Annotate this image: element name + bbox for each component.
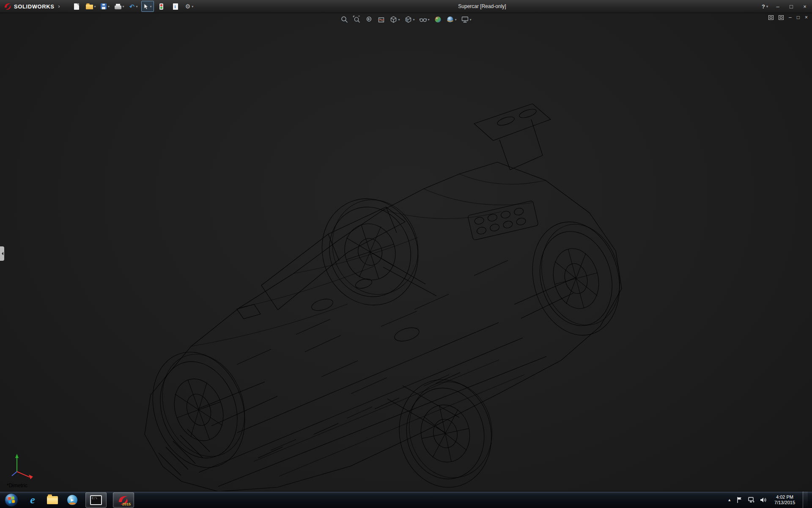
new-document-button[interactable] [70, 1, 83, 12]
close-button[interactable]: × [801, 3, 809, 10]
select-button[interactable] [141, 1, 154, 12]
open-button[interactable] [84, 1, 98, 12]
view-orientation-label: *Dimetric [7, 483, 27, 489]
show-desktop-button[interactable] [803, 491, 808, 508]
wheel-rear-left [308, 186, 433, 318]
edit-appearance-sphere-icon [434, 16, 442, 23]
titlebar[interactable]: SOLIDWORKS › Supercar [Read-only] ? – □ … [0, 0, 812, 13]
command-prompt-icon [90, 495, 102, 505]
graphics-viewport[interactable]: – □ × *Dimetric [0, 13, 812, 491]
windows-orb-icon [4, 493, 19, 507]
options-button[interactable] [183, 1, 196, 12]
view-orientation-button[interactable] [389, 15, 401, 24]
previous-view-button[interactable] [364, 15, 373, 24]
solidworks-version-badge: 2015 [122, 502, 131, 506]
file-properties-button[interactable] [169, 1, 182, 12]
view-settings-icon [461, 16, 469, 23]
rebuild-button[interactable] [155, 1, 168, 12]
command-prompt-button[interactable] [85, 492, 107, 508]
network-icon[interactable] [748, 497, 755, 503]
wheel-rear-right [520, 212, 633, 345]
menu-expand-chevron[interactable]: › [57, 3, 62, 9]
standard-toolbar [70, 1, 196, 12]
open-folder-icon [86, 5, 93, 9]
view-settings-button[interactable] [461, 15, 472, 24]
hide-show-items-button[interactable] [418, 15, 430, 24]
print-button[interactable] [113, 1, 126, 12]
maximize-button[interactable]: □ [787, 3, 795, 10]
select-cursor-icon [143, 3, 149, 10]
feature-manager-collapsed-tab[interactable] [0, 246, 4, 261]
taskbar-clock[interactable]: 4:02 PM 7/13/2015 [772, 494, 798, 505]
wheel-front-left [137, 339, 261, 480]
clock-date: 7/13/2015 [774, 500, 795, 505]
document-window-controls: – □ × [768, 15, 808, 20]
app-title: Supercar [Read-only] [458, 3, 506, 9]
section-view-button[interactable] [376, 15, 386, 24]
save-button[interactable] [99, 1, 112, 12]
clock-time: 4:02 PM [774, 494, 795, 500]
edit-appearance-button[interactable] [433, 15, 443, 24]
undo-icon [129, 3, 135, 10]
section-view-icon [377, 16, 385, 23]
display-style-button[interactable] [403, 15, 415, 24]
save-icon [101, 3, 107, 9]
display-style-icon [404, 16, 412, 23]
internet-explorer-button[interactable]: e [26, 493, 39, 507]
print-icon [115, 6, 121, 9]
solidworks-app-icon: 2015 [117, 494, 130, 505]
desktop: SOLIDWORKS › Supercar [Read-only] ? – □ … [0, 0, 812, 508]
new-document-icon [74, 3, 79, 10]
taskbar-items: e 2015 [0, 492, 134, 508]
action-center-flag-icon[interactable] [736, 497, 743, 503]
view-orientation-cube-icon [390, 16, 397, 23]
zoom-to-area-icon [353, 16, 360, 23]
car-body-outline [145, 162, 622, 491]
zoom-to-area-button[interactable] [352, 15, 361, 24]
windows-taskbar: e 2015 ▲ [0, 491, 812, 508]
zoom-to-fit-icon [340, 16, 348, 23]
solidworks-logo-group[interactable]: SOLIDWORKS › [0, 2, 64, 11]
heads-up-view-toolbar [340, 14, 472, 25]
minimize-button[interactable]: – [774, 3, 782, 10]
previous-view-icon [365, 16, 373, 23]
doc-minimize-button[interactable]: – [789, 15, 792, 20]
doc-restore-button[interactable]: □ [797, 15, 800, 20]
system-tray: ▲ 4:02 PM 7/13/2015 [727, 491, 808, 508]
doc-control-icon-1[interactable] [768, 15, 774, 20]
zoom-to-fit-button[interactable] [340, 15, 349, 24]
doc-control-icon-2[interactable] [779, 15, 784, 20]
wheel-front-right [390, 371, 502, 491]
undo-button[interactable] [127, 1, 140, 12]
doc-close-button[interactable]: × [805, 15, 808, 20]
apply-scene-button[interactable] [446, 15, 458, 24]
hide-show-items-glasses-icon [419, 16, 427, 23]
windows-explorer-folder-icon [47, 496, 58, 504]
tray-expand-button[interactable]: ▲ [727, 498, 731, 502]
apply-scene-sphere-icon [447, 16, 454, 23]
media-player-button[interactable] [66, 493, 79, 507]
windows-explorer-button[interactable] [46, 493, 59, 507]
window-controls: ? – □ × [762, 0, 809, 13]
solidworks-taskbar-button[interactable]: 2015 [113, 492, 134, 508]
solidworks-logo-icon [3, 2, 12, 11]
options-gear-icon [185, 3, 191, 9]
rebuild-icon [159, 3, 163, 10]
volume-icon[interactable] [760, 497, 767, 503]
wireframe-car-model [0, 13, 812, 491]
internet-explorer-icon: e [30, 494, 35, 505]
media-player-icon [67, 495, 77, 505]
help-button[interactable]: ? [762, 3, 768, 10]
brand-label: SOLIDWORKS [14, 3, 55, 10]
coordinate-triad [8, 450, 41, 483]
start-button[interactable] [3, 492, 19, 508]
file-properties-icon [173, 3, 178, 10]
